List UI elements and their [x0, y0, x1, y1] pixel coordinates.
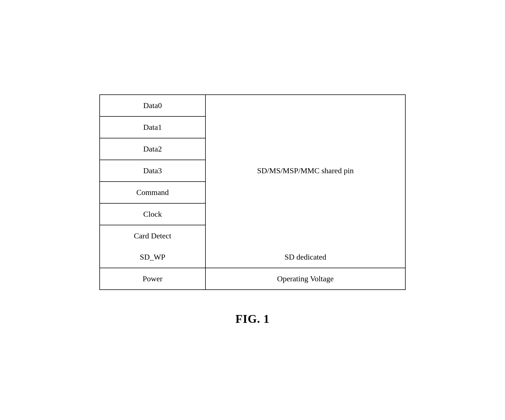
left-column: Data0 Data1 Data2 Data3 Command Clock	[100, 95, 206, 246]
data3-label: Data3	[143, 166, 162, 175]
row-data3: Data3	[100, 160, 205, 182]
row-card-detect: Card Detect	[100, 225, 205, 246]
data1-label: Data1	[143, 123, 162, 132]
operating-voltage-label: Operating Voltage	[277, 274, 334, 283]
sd-wp-cell-right: SD dedicated	[206, 246, 405, 268]
data2-label: Data2	[143, 145, 162, 153]
row-data1: Data1	[100, 117, 205, 138]
row-data2: Data2	[100, 138, 205, 160]
power-row: Power Operating Voltage	[100, 268, 405, 289]
main-table: Data0 Data1 Data2 Data3 Command Clock	[99, 94, 406, 290]
figure-label: FIG. 1	[236, 312, 270, 326]
shared-pin-description: SD/MS/MSP/MMC shared pin	[206, 95, 405, 246]
power-cell-left: Power	[100, 268, 206, 289]
power-label: Power	[143, 274, 163, 283]
data0-label: Data0	[143, 101, 162, 110]
shared-pin-text: SD/MS/MSP/MMC shared pin	[257, 166, 354, 175]
page-container: Data0 Data1 Data2 Data3 Command Clock	[0, 78, 505, 342]
command-label: Command	[136, 188, 169, 197]
card-detect-label: Card Detect	[134, 231, 171, 240]
sd-wp-cell-left: SD_WP	[100, 246, 206, 268]
shared-pin-section: Data0 Data1 Data2 Data3 Command Clock	[100, 95, 405, 246]
clock-label: Clock	[143, 210, 162, 219]
power-cell-right: Operating Voltage	[206, 268, 405, 289]
sd-wp-row: SD_WP SD dedicated	[100, 246, 405, 268]
sd-wp-label: SD_WP	[140, 253, 165, 262]
row-command: Command	[100, 182, 205, 204]
row-clock: Clock	[100, 204, 205, 225]
row-data0: Data0	[100, 95, 205, 117]
sd-dedicated-label: SD dedicated	[285, 253, 326, 262]
